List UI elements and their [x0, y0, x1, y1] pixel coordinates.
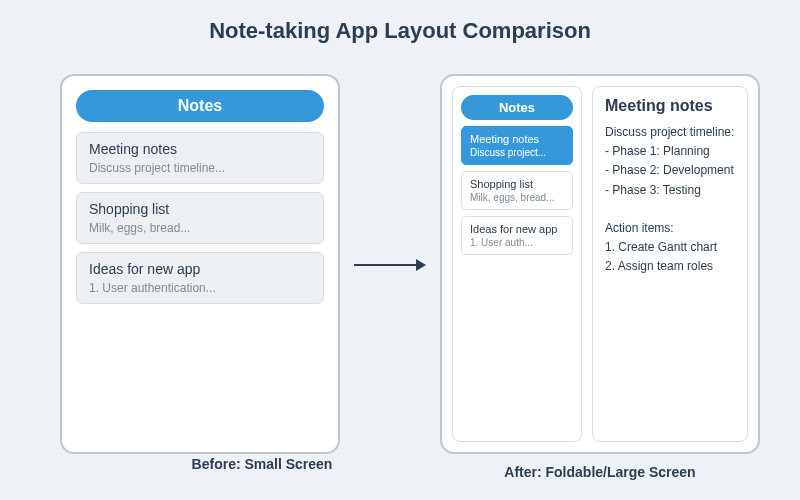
device-small-screen: Notes Meeting notes Discuss project time… — [60, 74, 340, 454]
comparison-stage: Notes Meeting notes Discuss project time… — [0, 44, 800, 500]
caption-before: Before: Small Screen — [122, 456, 402, 472]
note-preview: 1. User auth... — [470, 237, 564, 248]
large-list-header: Notes — [461, 95, 573, 120]
detail-title: Meeting notes — [605, 97, 735, 115]
list-item[interactable]: Ideas for new app 1. User auth... — [461, 216, 573, 255]
detail-body: Discuss project timeline: - Phase 1: Pla… — [605, 123, 735, 277]
note-title: Shopping list — [89, 201, 311, 217]
detail-pane: Meeting notes Discuss project timeline: … — [592, 86, 748, 442]
list-item[interactable]: Ideas for new app 1. User authentication… — [76, 252, 324, 304]
list-pane: Notes Meeting notes Discuss project... S… — [452, 86, 582, 442]
list-item[interactable]: Meeting notes Discuss project timeline..… — [76, 132, 324, 184]
note-preview: Milk, eggs, bread... — [89, 221, 311, 235]
list-item[interactable]: Shopping list Milk, eggs, bread... — [461, 171, 573, 210]
device-large-screen: Notes Meeting notes Discuss project... S… — [440, 74, 760, 454]
list-item[interactable]: Shopping list Milk, eggs, bread... — [76, 192, 324, 244]
small-header: Notes — [76, 90, 324, 122]
arrow-icon — [354, 264, 424, 266]
note-title: Ideas for new app — [470, 223, 564, 235]
page-title: Note-taking App Layout Comparison — [0, 0, 800, 44]
note-title: Shopping list — [470, 178, 564, 190]
note-preview: Milk, eggs, bread... — [470, 192, 564, 203]
note-title: Meeting notes — [470, 133, 564, 145]
note-title: Ideas for new app — [89, 261, 311, 277]
note-preview: 1. User authentication... — [89, 281, 311, 295]
list-item[interactable]: Meeting notes Discuss project... — [461, 126, 573, 165]
caption-after: After: Foldable/Large Screen — [440, 464, 760, 480]
note-preview: Discuss project... — [470, 147, 564, 158]
note-title: Meeting notes — [89, 141, 311, 157]
note-preview: Discuss project timeline... — [89, 161, 311, 175]
two-pane-layout: Notes Meeting notes Discuss project... S… — [452, 86, 748, 442]
